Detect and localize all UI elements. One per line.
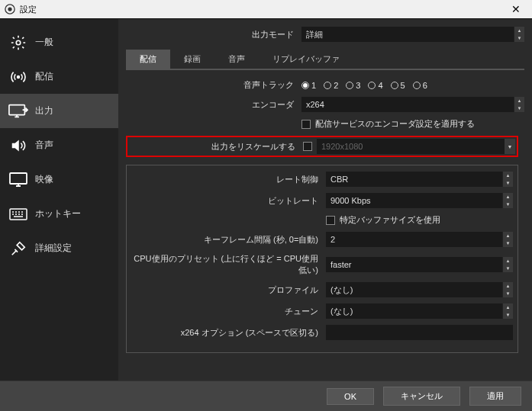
tune-select[interactable]: (なし)▲▼ (326, 303, 513, 319)
sidebar-item-video[interactable]: 映像 (0, 162, 118, 197)
sidebar-label: 配信 (35, 70, 53, 83)
rescale-select[interactable]: 1920x1080 ▼ (317, 139, 515, 154)
spin-icon[interactable]: ▲▼ (502, 232, 513, 247)
radio-icon (301, 82, 309, 89)
spin-icon[interactable]: ▲▼ (502, 257, 513, 272)
rescale-checkbox[interactable] (303, 142, 312, 151)
sidebar-item-general[interactable]: 一般 (0, 25, 118, 59)
sidebar-item-advanced[interactable]: 詳細設定 (0, 231, 118, 265)
chevron-down-icon[interactable]: ▼ (505, 139, 515, 154)
radio-icon (324, 82, 331, 89)
tab-audio[interactable]: 音声 (214, 50, 259, 69)
x264opts-label: x264 オプション (スペースで区切る) (131, 327, 326, 339)
sidebar: 一般 配信 出力 音声 映像 ホットキー 詳細設定 (0, 19, 118, 380)
svg-point-3 (18, 75, 20, 78)
sidebar-item-hotkeys[interactable]: ホットキー (0, 197, 118, 231)
rescale-value: 1920x1080 (317, 139, 505, 154)
bitrate-label: ビットレート (131, 195, 326, 207)
cancel-button[interactable]: キャンセル (383, 387, 460, 406)
spin-icon[interactable]: ▲▼ (502, 303, 513, 319)
profile-select[interactable]: (なし)▲▼ (326, 282, 513, 297)
rescale-label: 出力をリスケールする (129, 141, 303, 153)
titlebar: 設定 ✕ (0, 0, 532, 18)
sidebar-label: ホットキー (35, 207, 81, 220)
svg-rect-5 (10, 173, 27, 184)
track-4[interactable]: 4 (368, 81, 382, 90)
radio-icon (368, 82, 376, 89)
sidebar-label: 出力 (35, 104, 53, 117)
sidebar-label: 映像 (35, 173, 53, 186)
spin-icon[interactable]: ▲▼ (502, 172, 513, 187)
track-2[interactable]: 2 (324, 81, 338, 90)
keyint-label: キーフレーム間隔 (秒, 0=自動) (131, 234, 326, 246)
spin-icon[interactable]: ▲▼ (502, 282, 513, 297)
tab-stream[interactable]: 配信 (126, 50, 170, 69)
apply-button[interactable]: 適用 (469, 387, 521, 406)
output-tabs: 配信 録画 音声 リプレイバッファ (126, 50, 524, 70)
svg-point-1 (8, 7, 11, 11)
keyboard-icon (8, 205, 29, 223)
sidebar-item-stream[interactable]: 配信 (0, 59, 118, 94)
radio-icon (391, 82, 398, 89)
cpu-preset-label: CPU使用のプリセット (上に行くほど = CPU使用低い) (131, 253, 326, 276)
monitor-icon (8, 171, 29, 189)
content-area: 出力モード 詳細 ▲▼ 配信 録画 音声 リプレイバッファ 音声トラック 1 2… (118, 19, 532, 380)
spin-icon[interactable]: ▲▼ (514, 27, 524, 42)
sidebar-item-output[interactable]: 出力 (0, 94, 118, 128)
checkbox-icon (301, 120, 311, 129)
cpu-preset-select[interactable]: faster▲▼ (326, 257, 513, 272)
ok-button[interactable]: OK (327, 388, 374, 405)
spin-icon[interactable]: ▲▼ (514, 97, 524, 112)
rate-control-select[interactable]: CBR▲▼ (326, 172, 513, 187)
svg-point-2 (16, 40, 21, 45)
svg-rect-4 (9, 104, 24, 114)
gear-icon (8, 34, 29, 52)
audio-track-group: 1 2 3 4 5 6 (301, 81, 524, 90)
tune-label: チューン (131, 306, 326, 317)
output-mode-select[interactable]: 詳細 ▲▼ (301, 27, 524, 42)
tools-icon (8, 239, 29, 258)
custom-buffer-checkbox[interactable]: 特定バッファサイズを使用 (326, 214, 513, 226)
track-3[interactable]: 3 (346, 81, 360, 90)
radio-icon (413, 82, 421, 89)
track-6[interactable]: 6 (413, 81, 427, 90)
bitrate-input[interactable]: 9000 Kbps▲▼ (326, 193, 513, 208)
keyint-input[interactable]: 2▲▼ (326, 232, 513, 247)
output-mode-label: 出力モード (118, 29, 301, 40)
encoder-label: エンコーダ (118, 99, 301, 111)
tab-replay[interactable]: リプレイバッファ (259, 50, 353, 69)
antenna-icon (8, 68, 29, 86)
output-icon (8, 102, 29, 120)
encoder-select[interactable]: x264 ▲▼ (301, 97, 524, 112)
close-button[interactable]: ✕ (505, 3, 527, 15)
track-1[interactable]: 1 (301, 81, 316, 90)
encoder-value: x264 (301, 97, 514, 112)
dialog-footer: OK キャンセル 適用 (0, 380, 532, 411)
sidebar-label: 一般 (35, 36, 53, 49)
sidebar-label: 詳細設定 (35, 242, 72, 255)
profile-label: プロファイル (131, 284, 326, 296)
radio-icon (346, 82, 353, 89)
obs-icon (5, 4, 15, 14)
spin-icon[interactable]: ▲▼ (502, 193, 513, 208)
rate-control-label: レート制御 (131, 174, 326, 185)
enforce-label: 配信サービスのエンコーダ設定を適用する (315, 118, 475, 130)
sidebar-label: 音声 (35, 139, 53, 152)
track-5[interactable]: 5 (391, 81, 405, 90)
checkbox-icon (326, 216, 335, 225)
encoder-settings-group: レート制御 CBR▲▼ ビットレート 9000 Kbps▲▼ 特定バッファサイズ… (126, 165, 518, 353)
speaker-icon (8, 136, 29, 155)
sidebar-item-audio[interactable]: 音声 (0, 128, 118, 162)
output-mode-value: 詳細 (301, 27, 514, 42)
tab-record[interactable]: 録画 (170, 50, 214, 69)
enforce-checkbox-row[interactable]: 配信サービスのエンコーダ設定を適用する (301, 118, 524, 130)
audio-track-label: 音声トラック (118, 79, 301, 91)
x264opts-input[interactable] (326, 325, 513, 340)
window-title: 設定 (20, 4, 505, 15)
